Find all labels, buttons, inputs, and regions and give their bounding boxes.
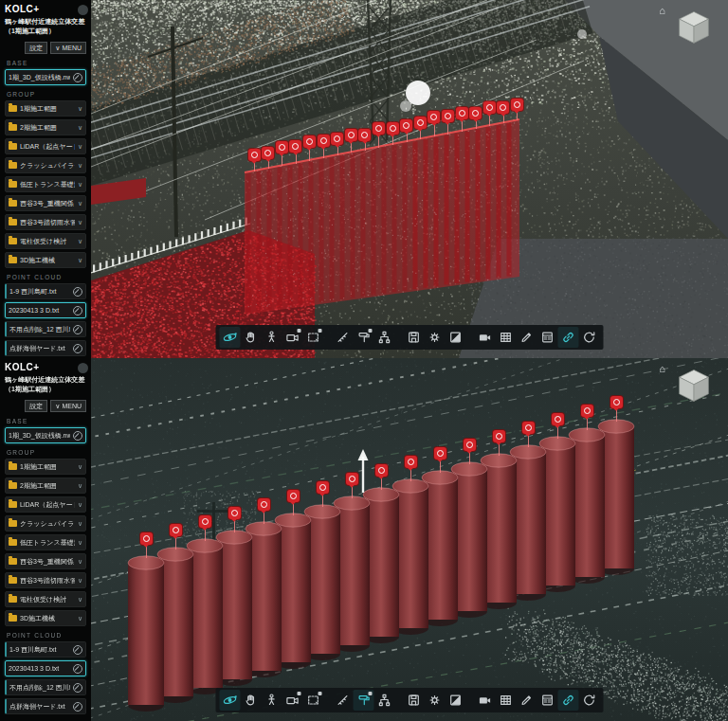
- pin-marker[interactable]: [140, 532, 153, 545]
- group-folder-item[interactable]: クラッシュパイラー施工∨: [5, 515, 86, 532]
- pan-hand-button[interactable]: [241, 327, 262, 348]
- viewport-top[interactable]: ⌂: [91, 0, 728, 358]
- group-folder-item[interactable]: LiDAR（起点ヤード）∨: [5, 138, 86, 154]
- pin-marker[interactable]: [483, 101, 496, 114]
- group-folder-item[interactable]: 2期施工範囲∨: [5, 119, 86, 135]
- file-item[interactable]: 20230413 3 D.txt: [5, 302, 86, 318]
- pin-marker[interactable]: [262, 147, 274, 159]
- pin-marker[interactable]: [511, 99, 523, 111]
- view-cube[interactable]: [673, 366, 715, 407]
- file-item[interactable]: 20230413 3 D.txt: [5, 660, 86, 676]
- pin-marker[interactable]: [373, 122, 385, 135]
- save-image-button[interactable]: [404, 690, 425, 711]
- view-cube[interactable]: [673, 8, 715, 49]
- file-item[interactable]: 不用点削除_12 西川島町.txt: [5, 321, 86, 337]
- save-image-button[interactable]: [404, 327, 425, 348]
- file-item[interactable]: 点群海側ヤード.txt: [5, 340, 86, 356]
- visibility-icon[interactable]: [73, 344, 82, 353]
- scene-canvas-top[interactable]: [91, 0, 728, 358]
- pin-marker[interactable]: [331, 133, 343, 145]
- group-folder-item[interactable]: 西谷3号踏切雨水管移設工∨: [5, 214, 86, 230]
- group-folder-item[interactable]: 電柱仮受け検討∨: [5, 233, 86, 249]
- pin-marker[interactable]: [464, 439, 476, 451]
- pin-marker[interactable]: [414, 117, 427, 129]
- notes-panel-button[interactable]: [537, 690, 558, 711]
- pin-marker[interactable]: [358, 129, 371, 141]
- file-item[interactable]: 1期_3D_仮設桟橋.nwd: [5, 427, 86, 443]
- walk-person-button[interactable]: [262, 327, 282, 348]
- split-contrast-button[interactable]: [446, 690, 466, 711]
- scene-canvas-bottom[interactable]: [91, 358, 728, 721]
- pin-marker[interactable]: [228, 507, 241, 519]
- menu-button[interactable]: ∨ MENU: [50, 400, 86, 412]
- pin-marker[interactable]: [276, 141, 288, 153]
- pin-marker[interactable]: [428, 111, 440, 123]
- hierarchy-nodes-button[interactable]: [374, 690, 395, 711]
- group-folder-item[interactable]: 西谷3号_重機関係∨: [5, 195, 86, 211]
- marquee-select-button[interactable]: [303, 690, 324, 711]
- sidebar-collapse-button[interactable]: [78, 5, 88, 15]
- camera-add-button[interactable]: [282, 690, 303, 711]
- settings-button[interactable]: 設定: [25, 42, 47, 54]
- measure-line-button[interactable]: [333, 690, 354, 711]
- camera-add-button[interactable]: [282, 327, 303, 348]
- pan-hand-button[interactable]: [241, 690, 262, 711]
- pin-marker[interactable]: [346, 473, 358, 485]
- pin-marker[interactable]: [610, 396, 623, 408]
- group-folder-item[interactable]: 低圧トランス基礎施工∨: [5, 534, 86, 550]
- walk-person-button[interactable]: [262, 690, 282, 711]
- visibility-icon[interactable]: [73, 287, 82, 297]
- group-folder-item[interactable]: 1期施工範囲∨: [5, 100, 86, 117]
- hierarchy-nodes-button[interactable]: [374, 327, 395, 348]
- visibility-icon[interactable]: [73, 664, 82, 674]
- pin-marker[interactable]: [303, 135, 316, 148]
- viewport-bottom[interactable]: ⌂: [91, 358, 728, 721]
- pin-marker[interactable]: [400, 119, 412, 132]
- split-contrast-button[interactable]: [446, 327, 466, 348]
- group-folder-item[interactable]: 低圧トランス基礎施工∨: [5, 176, 86, 192]
- pin-marker[interactable]: [456, 107, 468, 119]
- pin-marker[interactable]: [442, 110, 454, 122]
- group-folder-item[interactable]: 3D施工機械∨: [5, 610, 86, 626]
- visibility-icon[interactable]: [73, 325, 82, 334]
- pencil-edit-button[interactable]: [517, 690, 537, 711]
- file-item[interactable]: 1-9 西川島町.txt: [5, 283, 86, 299]
- pin-marker[interactable]: [287, 490, 300, 502]
- pin-marker[interactable]: [248, 149, 261, 161]
- group-folder-item[interactable]: LiDAR（起点ヤード）∨: [5, 496, 86, 513]
- pin-marker[interactable]: [405, 456, 417, 468]
- pin-marker[interactable]: [199, 515, 211, 528]
- notes-panel-button[interactable]: [537, 327, 558, 348]
- settings-gear-button[interactable]: [425, 690, 446, 711]
- pin-marker[interactable]: [375, 464, 388, 477]
- settings-gear-button[interactable]: [425, 327, 446, 348]
- file-item[interactable]: 点群海側ヤード.txt: [5, 698, 86, 714]
- video-camera-button[interactable]: [475, 327, 496, 348]
- home-icon[interactable]: ⌂: [659, 363, 665, 374]
- markup-paint-button[interactable]: [354, 690, 374, 711]
- visibility-icon[interactable]: [73, 702, 82, 712]
- visibility-icon[interactable]: [73, 431, 82, 441]
- pin-marker[interactable]: [289, 140, 301, 153]
- pin-marker[interactable]: [170, 524, 182, 536]
- pin-marker[interactable]: [387, 122, 399, 135]
- grid-table-button[interactable]: [496, 327, 517, 348]
- group-folder-item[interactable]: 1期施工範囲∨: [5, 459, 86, 475]
- visibility-icon[interactable]: [73, 73, 82, 82]
- orbit-button[interactable]: [220, 327, 241, 348]
- sidebar-collapse-button[interactable]: [78, 363, 88, 373]
- pin-marker[interactable]: [497, 101, 509, 114]
- visibility-icon[interactable]: [73, 645, 82, 655]
- pin-marker[interactable]: [522, 422, 535, 434]
- file-item[interactable]: 1期_3D_仮設桟橋.nwd: [5, 69, 86, 85]
- pin-marker[interactable]: [318, 135, 330, 147]
- marquee-select-button[interactable]: [303, 327, 324, 348]
- pencil-edit-button[interactable]: [517, 327, 537, 348]
- markup-paint-button[interactable]: [354, 327, 374, 348]
- pin-marker[interactable]: [258, 498, 270, 511]
- group-folder-item[interactable]: 2期施工範囲∨: [5, 478, 86, 494]
- grid-table-button[interactable]: [496, 690, 517, 711]
- group-folder-item[interactable]: 3D施工機械∨: [5, 252, 86, 268]
- group-folder-item[interactable]: 西谷3号_重機関係∨: [5, 553, 86, 569]
- pin-marker[interactable]: [469, 107, 482, 119]
